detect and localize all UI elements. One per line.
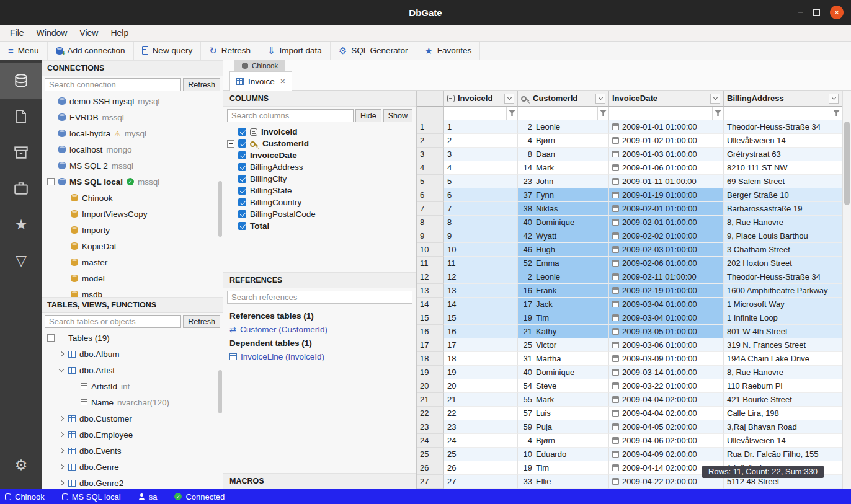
connection-item[interactable]: EVRDB mssql <box>42 109 223 125</box>
connection-item[interactable]: Importy <box>42 222 223 238</box>
invoiceid-cell[interactable]: 15 <box>444 311 518 325</box>
row-number-cell[interactable]: 10 <box>417 243 444 257</box>
customerid-cell[interactable]: 16 Frank <box>518 284 609 298</box>
favorites-button[interactable]: ★ Favorites <box>416 42 480 60</box>
invoiceid-cell[interactable]: 3 <box>444 148 518 161</box>
row-number-cell[interactable]: 1 <box>417 120 444 134</box>
customerid-cell[interactable]: 37 Fynn <box>518 188 609 202</box>
connection-item[interactable]: localhost mongo <box>42 141 223 157</box>
billingaddress-cell[interactable]: 1 Microsoft Way <box>724 298 842 311</box>
invoicedate-cell[interactable]: 2009-02-02 01:00:00 <box>609 229 724 243</box>
search-tables-input[interactable] <box>45 315 181 328</box>
customerid-cell[interactable]: 54 Steve <box>518 379 609 393</box>
customerid-cell[interactable]: 55 Mark <box>518 393 609 407</box>
rail-file-icon[interactable] <box>0 99 42 135</box>
table-row[interactable]: 1 1 2 Leonie 2009-01-01 01:00:00 <box>417 120 842 134</box>
billingaddress-cell[interactable]: Calle Lira, 198 <box>724 407 842 420</box>
column-item[interactable]: BillingPostalCode <box>223 208 416 220</box>
table-row[interactable]: 22 22 57 Luis 2009-04-04 02:00:00 <box>417 407 842 420</box>
tab-invoice[interactable]: Invoice × <box>229 71 292 91</box>
invoiceid-cell[interactable]: 12 <box>444 270 518 284</box>
customerid-cell[interactable]: 2 Leonie <box>518 120 609 134</box>
table-item[interactable]: ArtistId int <box>42 378 223 394</box>
invoicedate-cell[interactable]: 2009-03-14 01:00:00 <box>609 366 724 379</box>
table-item[interactable]: dbo.Artist <box>42 362 223 378</box>
customerid-cell[interactable]: 59 Puja <box>518 420 609 434</box>
customerid-cell[interactable]: 31 Martha <box>518 352 609 366</box>
import-data-button[interactable]: ⇓ Import data <box>259 42 331 60</box>
invoiceid-cell[interactable]: 10 <box>444 243 518 257</box>
billingaddress-cell[interactable]: Theodor-Heuss-Straße 34 <box>724 120 842 134</box>
customerid-cell[interactable]: 8 Daan <box>518 148 609 161</box>
invoiceid-cell[interactable]: 27 <box>444 475 518 489</box>
billingaddress-cell[interactable]: 8, Rue Hanovre <box>724 366 842 379</box>
invoiceid-cell[interactable]: 21 <box>444 393 518 407</box>
table-item[interactable]: Name nvarchar(120) <box>42 394 223 410</box>
column-menu-button[interactable] <box>504 94 514 104</box>
invoiceid-cell[interactable]: 17 <box>444 338 518 352</box>
customerid-cell[interactable]: 25 Victor <box>518 338 609 352</box>
rail-filter-icon[interactable]: ▽ <box>0 242 42 278</box>
invoicedate-cell[interactable]: 2009-01-19 01:00:00 <box>609 188 724 202</box>
column-item[interactable]: BillingCountry <box>223 197 416 208</box>
close-icon[interactable]: × <box>830 6 844 19</box>
menu-item[interactable]: Window <box>30 28 74 38</box>
customerid-cell[interactable]: 46 Hugh <box>518 243 609 257</box>
column-checkbox[interactable] <box>238 128 246 136</box>
table-row[interactable]: 11 11 52 Emma 2009-02-06 01:00:00 <box>417 257 842 270</box>
invoiceid-cell[interactable]: 20 <box>444 379 518 393</box>
expander-icon[interactable] <box>227 140 234 148</box>
invoicedate-cell[interactable]: 2009-01-11 01:00:00 <box>609 175 724 188</box>
chevron-icon[interactable] <box>59 480 64 485</box>
hide-button[interactable]: Hide <box>355 109 381 122</box>
invoiceid-cell[interactable]: 23 <box>444 420 518 434</box>
grid-vertical-scrollbar[interactable] <box>842 91 851 489</box>
menu-item[interactable]: File <box>4 28 30 38</box>
search-connection-input[interactable] <box>45 78 181 91</box>
row-number-cell[interactable]: 2 <box>417 134 444 148</box>
row-number-cell[interactable]: 13 <box>417 284 444 298</box>
customerid-cell[interactable]: 21 Kathy <box>518 325 609 338</box>
customerid-cell[interactable]: 33 Ellie <box>518 475 609 489</box>
table-item[interactable]: dbo.Genre <box>42 459 223 475</box>
table-row[interactable]: 14 14 17 Jack 2009-03-04 01:00:00 <box>417 298 842 311</box>
row-number-cell[interactable]: 19 <box>417 366 444 379</box>
filter-funnel-button[interactable] <box>831 107 842 120</box>
column-checkbox[interactable] <box>238 187 246 195</box>
row-number-cell[interactable]: 27 <box>417 475 444 489</box>
reference-link-customer[interactable]: ⇄ Customer (CustomerId) <box>229 322 410 336</box>
table-item[interactable]: dbo.Customer <box>42 410 223 427</box>
invoiceid-cell[interactable]: 4 <box>444 161 518 175</box>
table-row[interactable]: 18 18 31 Martha 2009-03-09 01:00:00 <box>417 352 842 366</box>
table-row[interactable]: 5 5 23 John 2009-01-11 01:00:00 <box>417 175 842 188</box>
filter-funnel-button[interactable] <box>506 107 517 120</box>
table-row[interactable]: 21 21 55 Mark 2009-04-04 02:00:00 <box>417 393 842 407</box>
billingaddress-cell[interactable]: 3 Chatham Street <box>724 243 842 257</box>
row-number-cell[interactable]: 14 <box>417 298 444 311</box>
filter-funnel-button[interactable] <box>712 107 723 120</box>
column-item[interactable]: BillingAddress <box>223 161 416 173</box>
customerid-cell[interactable]: 42 Wyatt <box>518 229 609 243</box>
tab-close-icon[interactable]: × <box>280 77 285 86</box>
customerid-cell[interactable]: 38 Niklas <box>518 202 609 216</box>
table-row[interactable]: 6 6 37 Fynn 2009-01-19 01:00:00 <box>417 188 842 202</box>
customerid-cell[interactable]: 40 Dominique <box>518 216 609 229</box>
invoicedate-cell[interactable]: 2009-01-01 01:00:00 <box>609 120 724 134</box>
billingaddress-cell[interactable]: 3,Raj Bhavan Road <box>724 420 842 434</box>
billingaddress-cell[interactable]: 110 Raeburn Pl <box>724 379 842 393</box>
filter-input[interactable] <box>444 107 506 120</box>
billingaddress-cell[interactable]: 801 W 4th Street <box>724 325 842 338</box>
statusbar-connection[interactable]: MS SQL local <box>62 492 121 502</box>
statusbar-status[interactable]: Connected <box>174 492 225 502</box>
row-number-cell[interactable]: 25 <box>417 448 444 461</box>
invoicedate-cell[interactable]: 2009-04-04 02:00:00 <box>609 393 724 407</box>
row-number-cell[interactable]: 8 <box>417 216 444 229</box>
connection-item[interactable]: MS SQL 2 mssql <box>42 157 223 174</box>
table-row[interactable]: 19 19 40 Dominique 2009-03-14 01:00:00 <box>417 366 842 379</box>
connection-item[interactable]: ImportViewsCopy <box>42 206 223 222</box>
billingaddress-cell[interactable]: 194A Chain Lake Drive <box>724 352 842 366</box>
table-row[interactable]: 16 16 21 Kathy 2009-03-05 01:00:00 <box>417 325 842 338</box>
billingaddress-cell[interactable]: Ullevålsveien 14 <box>724 134 842 148</box>
invoiceid-cell[interactable]: 25 <box>444 448 518 461</box>
connections-scrollbar[interactable] <box>218 181 222 237</box>
